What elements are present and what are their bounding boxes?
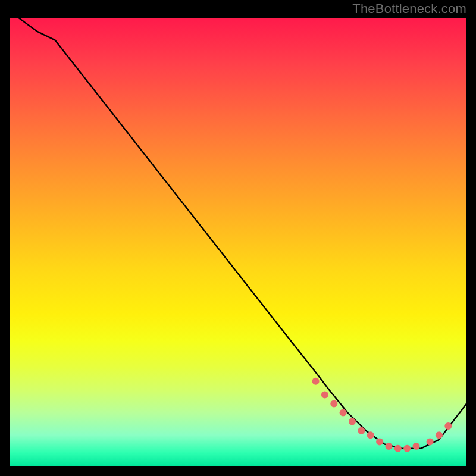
highlight-dot (394, 445, 402, 452)
chart-svg (10, 18, 466, 466)
highlight-dot (427, 439, 434, 446)
highlight-dot (444, 422, 452, 430)
plot-area (10, 18, 466, 466)
highlight-dot (312, 378, 320, 385)
curve-line (18, 18, 466, 449)
highlight-dot (413, 443, 420, 450)
highlight-dot (340, 409, 347, 416)
highlight-dot (321, 391, 328, 398)
chart-frame: TheBottleneck.com (0, 0, 476, 476)
highlight-dot (385, 443, 392, 450)
highlight-dot (367, 431, 374, 439)
highlight-dot (436, 431, 443, 439)
highlight-dot (376, 439, 383, 446)
watermark-text: TheBottleneck.com (352, 1, 466, 17)
highlight-dot (358, 427, 365, 434)
highlight-dot (403, 445, 411, 452)
highlight-dot (349, 418, 356, 425)
highlight-dots (312, 378, 452, 452)
highlight-dot (330, 400, 337, 407)
